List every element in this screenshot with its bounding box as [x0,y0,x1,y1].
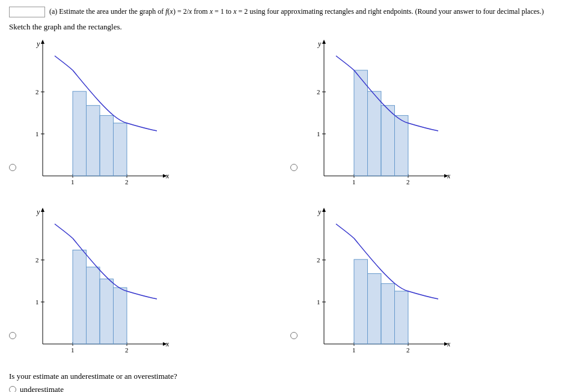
svg-text:2: 2 [406,346,410,354]
estimate-question-label: Is your estimate an underestimate or an … [9,372,553,381]
svg-rect-15 [87,106,100,176]
graph-bottom-left[interactable]: y x 1 2 1 2 [19,206,169,362]
graph-bottom-left-svg: y x 1 2 1 2 [19,206,169,362]
sketch-instruction: Sketch the graph and the rectangles. [9,22,553,32]
graph-top-right[interactable]: y x 1 2 1 2 [300,38,450,194]
svg-text:2: 2 [35,88,39,95]
svg-rect-33 [367,91,381,176]
svg-marker-57 [322,208,326,212]
svg-text:y: y [36,208,40,216]
svg-text:y: y [317,40,322,48]
svg-text:1: 1 [35,298,39,306]
graph-bottom-left-radio[interactable] [9,332,16,339]
svg-text:1: 1 [35,130,39,137]
svg-rect-69 [367,274,381,344]
svg-text:2: 2 [125,346,129,354]
graph-top-right-wrapper: y x 1 2 1 2 [290,38,554,194]
graph-top-right-radio[interactable] [290,164,298,171]
svg-text:2: 2 [317,88,320,95]
svg-text:2: 2 [317,256,320,264]
svg-rect-71 [394,291,408,344]
svg-marker-3 [41,40,44,44]
svg-rect-50 [73,250,87,345]
svg-rect-53 [114,288,127,344]
svg-marker-21 [322,40,326,44]
graph-top-left[interactable]: y x 1 2 1 2 [19,38,169,194]
svg-text:1: 1 [71,178,75,185]
svg-rect-14 [73,91,87,176]
underestimate-label: underestimate [20,385,64,392]
svg-rect-35 [394,116,408,176]
svg-text:x: x [447,340,450,348]
graph-top-left-radio[interactable] [9,164,16,171]
svg-text:1: 1 [352,346,356,354]
svg-rect-34 [381,106,395,176]
svg-rect-68 [354,259,368,344]
graph-top-left-svg: y x 1 2 1 2 [19,38,169,194]
graph-bottom-left-wrapper: y x 1 2 1 2 [9,206,272,362]
graph-bottom-right[interactable]: y x 1 2 1 2 [300,206,450,362]
svg-marker-39 [41,208,44,212]
svg-rect-52 [100,279,114,344]
underestimate-radio[interactable] [9,386,16,392]
svg-text:1: 1 [352,178,356,185]
graph-bottom-right-svg: y x 1 2 1 2 [300,206,450,362]
graph-top-left-wrapper: y x 1 2 1 2 [9,38,272,194]
estimate-question-section: Is your estimate an underestimate or an … [9,372,553,392]
graph-top-right-svg: y x 1 2 1 2 [300,38,450,194]
svg-text:y: y [317,208,322,216]
svg-text:2: 2 [35,256,39,264]
question-text: (a) Estimate the area under the graph of… [9,6,553,17]
svg-rect-32 [354,70,368,176]
svg-rect-70 [381,284,395,345]
graph-bottom-right-wrapper: y x 1 2 1 2 [290,206,554,362]
answer-input-box[interactable] [9,7,45,17]
graphs-grid: y x 1 2 1 2 [9,38,553,362]
svg-text:1: 1 [71,346,75,354]
svg-rect-51 [87,267,100,344]
svg-rect-17 [114,123,127,176]
svg-text:x: x [165,340,169,348]
svg-text:2: 2 [406,178,410,185]
svg-text:x: x [165,172,169,180]
graph-bottom-right-radio[interactable] [290,332,298,339]
svg-text:1: 1 [317,298,320,306]
svg-text:x: x [447,172,450,180]
svg-text:2: 2 [125,178,129,185]
underestimate-option[interactable]: underestimate [9,385,553,392]
part-a-label: (a) Estimate the area under the graph of… [9,6,553,17]
svg-text:1: 1 [317,130,320,137]
svg-text:y: y [36,40,40,48]
svg-rect-16 [100,116,114,176]
